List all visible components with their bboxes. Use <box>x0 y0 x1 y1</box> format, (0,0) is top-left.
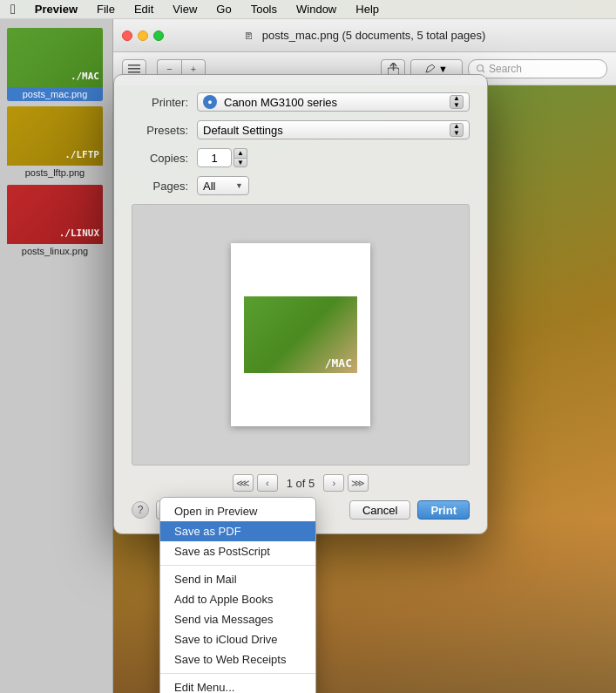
copies-row: Copies: ▲ ▼ <box>132 148 470 167</box>
search-placeholder: Search <box>489 63 522 75</box>
minimize-button[interactable] <box>138 31 148 41</box>
copies-field[interactable] <box>197 148 232 167</box>
thumb-label-3: ./LINUX <box>59 228 99 239</box>
nav-last-button[interactable]: ⋙ <box>348 474 369 492</box>
apple-menu[interactable]:  <box>7 0 19 19</box>
menu-divider-2 <box>160 673 315 674</box>
menu-edit[interactable]: Edit <box>131 0 157 19</box>
pages-value: All <box>203 180 215 193</box>
copies-increment[interactable]: ▲ <box>234 148 247 158</box>
presets-row: Presets: Default Settings ▲ ▼ <box>132 120 470 139</box>
sidebar: ./MAC posts_mac.png ./LFTP posts_lftp.pn… <box>0 19 113 693</box>
menubar:  Preview File Edit View Go Tools Window… <box>0 0 616 19</box>
preview-page: /MAC <box>231 243 370 426</box>
menu-save-as-postscript[interactable]: Save as PostScript <box>160 541 315 561</box>
printer-row: Printer: ● Canon MG3100 series ▲ ▼ <box>132 92 470 112</box>
nav-first-button[interactable]: ⋘ <box>233 474 254 492</box>
menu-go[interactable]: Go <box>213 0 234 19</box>
sidebar-filename-3: posts_linux.png <box>7 244 103 258</box>
print-dialog: Printer: ● Canon MG3100 series ▲ ▼ Prese… <box>113 74 488 534</box>
sidebar-filename-1: posts_mac.png <box>7 87 103 101</box>
copies-label: Copies: <box>132 152 188 165</box>
menu-divider-1 <box>160 565 315 566</box>
close-button[interactable] <box>122 31 132 41</box>
maximize-button[interactable] <box>153 31 164 41</box>
print-preview: /MAC <box>132 204 470 465</box>
printer-label: Printer: <box>132 96 188 109</box>
document-icon: 🖹 <box>244 31 254 41</box>
menu-open-in-preview[interactable]: Open in Preview <box>160 501 315 521</box>
sidebar-item-posts-lftp[interactable]: ./LFTP posts_lftp.png <box>7 106 103 180</box>
pages-row: Pages: All ▼ <box>132 176 470 195</box>
page-info: 1 of 5 <box>287 477 315 490</box>
svg-rect-1 <box>128 68 140 70</box>
sidebar-item-posts-linux[interactable]: ./LINUX posts_linux.png <box>7 185 103 258</box>
pdf-dropdown-menu: Open in Preview Save as PDF Save as Post… <box>159 497 316 693</box>
copies-stepper: ▲ ▼ <box>234 148 247 167</box>
svg-line-5 <box>483 71 485 73</box>
menu-save-to-icloud[interactable]: Save to iCloud Drive <box>160 629 315 649</box>
dialog-form: Printer: ● Canon MG3100 series ▲ ▼ Prese… <box>114 75 487 195</box>
printer-value: Canon MG3100 series <box>224 96 337 109</box>
menu-window[interactable]: Window <box>293 0 340 19</box>
menu-save-to-web-receipts[interactable]: Save to Web Receipts <box>160 649 315 669</box>
print-button[interactable]: Print <box>417 500 470 520</box>
menu-preview[interactable]: Preview <box>31 0 81 19</box>
pages-label: Pages: <box>132 180 188 193</box>
sidebar-filename-2: posts_lftp.png <box>7 166 103 180</box>
thumb-label-2: ./LFTP <box>64 149 99 160</box>
pages-arrow-icon: ▼ <box>235 181 243 190</box>
menu-file[interactable]: File <box>93 0 118 19</box>
presets-select[interactable]: Default Settings ▲ ▼ <box>197 120 470 139</box>
preview-image: /MAC <box>244 296 357 373</box>
copies-input-group: ▲ ▼ <box>197 148 247 167</box>
svg-rect-2 <box>128 71 140 73</box>
presets-dropdown-arrow[interactable]: ▲ ▼ <box>450 123 464 137</box>
search-bar[interactable]: Search <box>468 59 607 78</box>
menu-send-via-messages[interactable]: Send via Messages <box>160 609 315 629</box>
preview-image-label: /MAC <box>320 353 357 373</box>
printer-select[interactable]: ● Canon MG3100 series ▲ ▼ <box>197 92 470 112</box>
nav-next-button[interactable]: › <box>323 474 344 492</box>
menu-edit-menu[interactable]: Edit Menu... <box>160 677 315 693</box>
window-titlebar: 🖹 posts_mac.png (5 documents, 5 total pa… <box>113 19 616 52</box>
cancel-button[interactable]: Cancel <box>349 500 410 520</box>
menu-view[interactable]: View <box>169 0 200 19</box>
menu-add-to-apple-books[interactable]: Add to Apple Books <box>160 589 315 609</box>
presets-label: Presets: <box>132 124 188 137</box>
svg-point-4 <box>477 65 484 71</box>
page-navigation: ⋘ ‹ 1 of 5 › ⋙ <box>114 474 487 492</box>
sidebar-item-posts-mac[interactable]: ./MAC posts_mac.png <box>7 28 103 101</box>
printer-dropdown-arrow[interactable]: ▲ ▼ <box>450 95 464 109</box>
window-title: posts_mac.png (5 documents, 5 total page… <box>262 29 486 42</box>
help-button[interactable]: ? <box>132 501 149 519</box>
presets-value: Default Settings <box>203 124 283 137</box>
printer-dropdown[interactable]: ● Canon MG3100 series ▲ ▼ <box>197 92 470 112</box>
thumb-image-2: ./LFTP <box>7 106 103 166</box>
presets-dropdown[interactable]: Default Settings ▲ ▼ <box>197 120 470 139</box>
thumb-image-1: ./MAC <box>7 28 103 87</box>
copies-decrement[interactable]: ▼ <box>234 158 247 167</box>
printer-icon: ● <box>203 95 217 109</box>
menu-tools[interactable]: Tools <box>247 0 281 19</box>
menu-save-as-pdf[interactable]: Save as PDF <box>160 521 315 541</box>
thumb-label-1: ./MAC <box>71 71 99 82</box>
svg-rect-0 <box>128 65 140 66</box>
menu-send-in-mail[interactable]: Send in Mail <box>160 569 315 589</box>
menu-help[interactable]: Help <box>352 0 382 19</box>
nav-prev-button[interactable]: ‹ <box>257 474 278 492</box>
pages-dropdown[interactable]: All ▼ <box>197 176 249 195</box>
thumb-image-3: ./LINUX <box>7 185 103 244</box>
